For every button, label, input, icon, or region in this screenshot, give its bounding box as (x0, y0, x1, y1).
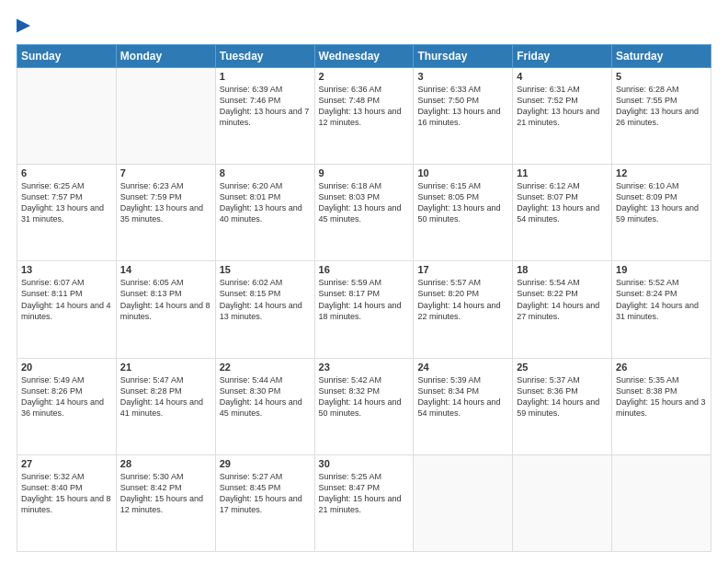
day-number: 18 (517, 264, 608, 275)
calendar-cell: 13Sunrise: 6:07 AM Sunset: 8:11 PM Dayli… (17, 261, 117, 358)
weekday-header-saturday: Saturday (612, 44, 711, 67)
calendar-cell (116, 67, 215, 164)
day-info: Sunrise: 6:25 AM Sunset: 7:57 PM Dayligh… (21, 180, 112, 225)
calendar-cell: 2Sunrise: 6:36 AM Sunset: 7:48 PM Daylig… (314, 67, 414, 164)
day-info: Sunrise: 6:23 AM Sunset: 7:59 PM Dayligh… (120, 180, 211, 225)
day-number: 26 (616, 362, 707, 373)
day-info: Sunrise: 6:02 AM Sunset: 8:15 PM Dayligh… (220, 277, 311, 322)
calendar-cell: 1Sunrise: 6:39 AM Sunset: 7:46 PM Daylig… (215, 67, 314, 164)
day-info: Sunrise: 5:57 AM Sunset: 8:20 PM Dayligh… (417, 277, 508, 322)
calendar-cell: 20Sunrise: 5:49 AM Sunset: 8:26 PM Dayli… (17, 358, 117, 454)
calendar-cell: 24Sunrise: 5:39 AM Sunset: 8:34 PM Dayli… (414, 358, 513, 454)
day-info: Sunrise: 6:33 AM Sunset: 7:50 PM Dayligh… (417, 84, 508, 129)
weekday-header-tuesday: Tuesday (215, 44, 314, 67)
calendar-cell: 12Sunrise: 6:10 AM Sunset: 8:09 PM Dayli… (612, 165, 711, 261)
day-info: Sunrise: 6:10 AM Sunset: 8:09 PM Dayligh… (616, 180, 707, 225)
day-info: Sunrise: 5:52 AM Sunset: 8:24 PM Dayligh… (616, 277, 707, 322)
day-number: 28 (120, 458, 211, 469)
day-info: Sunrise: 5:39 AM Sunset: 8:34 PM Dayligh… (417, 374, 508, 419)
calendar-cell: 27Sunrise: 5:32 AM Sunset: 8:40 PM Dayli… (17, 454, 117, 551)
calendar-cell: 5Sunrise: 6:28 AM Sunset: 7:55 PM Daylig… (612, 67, 711, 164)
day-number: 5 (616, 71, 707, 82)
calendar-cell: 14Sunrise: 6:05 AM Sunset: 8:13 PM Dayli… (116, 261, 215, 358)
day-info: Sunrise: 5:42 AM Sunset: 8:32 PM Dayligh… (319, 374, 410, 419)
weekday-header-sunday: Sunday (17, 44, 117, 67)
day-info: Sunrise: 5:32 AM Sunset: 8:40 PM Dayligh… (21, 471, 112, 516)
calendar-week-5: 27Sunrise: 5:32 AM Sunset: 8:40 PM Dayli… (17, 454, 711, 551)
calendar-cell: 17Sunrise: 5:57 AM Sunset: 8:20 PM Dayli… (414, 261, 513, 358)
day-number: 10 (417, 167, 508, 178)
day-number: 11 (517, 167, 608, 178)
day-number: 24 (417, 362, 508, 373)
calendar-cell: 9Sunrise: 6:18 AM Sunset: 8:03 PM Daylig… (314, 165, 414, 261)
calendar-cell: 23Sunrise: 5:42 AM Sunset: 8:32 PM Dayli… (314, 358, 414, 454)
logo-general: ▶ (17, 17, 29, 35)
day-number: 23 (319, 362, 410, 373)
day-number: 6 (21, 167, 112, 178)
day-number: 12 (616, 167, 707, 178)
calendar-cell: 11Sunrise: 6:12 AM Sunset: 8:07 PM Dayli… (513, 165, 612, 261)
calendar-cell: 29Sunrise: 5:27 AM Sunset: 8:45 PM Dayli… (215, 454, 314, 551)
day-number: 17 (417, 264, 508, 275)
calendar-cell (513, 454, 612, 551)
day-number: 30 (319, 458, 410, 469)
calendar-cell: 6Sunrise: 6:25 AM Sunset: 7:57 PM Daylig… (17, 165, 117, 261)
calendar-cell: 19Sunrise: 5:52 AM Sunset: 8:24 PM Dayli… (612, 261, 711, 358)
calendar-cell: 18Sunrise: 5:54 AM Sunset: 8:22 PM Dayli… (513, 261, 612, 358)
day-info: Sunrise: 5:37 AM Sunset: 8:36 PM Dayligh… (517, 374, 608, 419)
weekday-header-wednesday: Wednesday (314, 44, 414, 67)
header: ▶ (17, 17, 711, 35)
day-number: 20 (21, 362, 112, 373)
day-info: Sunrise: 6:39 AM Sunset: 7:46 PM Dayligh… (220, 84, 311, 129)
day-number: 25 (517, 362, 608, 373)
day-number: 13 (21, 264, 112, 275)
logo: ▶ (17, 17, 29, 35)
day-info: Sunrise: 6:28 AM Sunset: 7:55 PM Dayligh… (616, 84, 707, 129)
calendar-cell: 25Sunrise: 5:37 AM Sunset: 8:36 PM Dayli… (513, 358, 612, 454)
calendar-cell (612, 454, 711, 551)
weekday-header-friday: Friday (513, 44, 612, 67)
calendar-cell (17, 67, 117, 164)
day-number: 21 (120, 362, 211, 373)
calendar-week-3: 13Sunrise: 6:07 AM Sunset: 8:11 PM Dayli… (17, 261, 711, 358)
day-number: 27 (21, 458, 112, 469)
calendar-cell: 15Sunrise: 6:02 AM Sunset: 8:15 PM Dayli… (215, 261, 314, 358)
day-number: 14 (120, 264, 211, 275)
day-number: 22 (220, 362, 311, 373)
day-number: 19 (616, 264, 707, 275)
weekday-header-thursday: Thursday (414, 44, 513, 67)
day-info: Sunrise: 5:49 AM Sunset: 8:26 PM Dayligh… (21, 374, 112, 419)
calendar-cell: 10Sunrise: 6:15 AM Sunset: 8:05 PM Dayli… (414, 165, 513, 261)
calendar-week-2: 6Sunrise: 6:25 AM Sunset: 7:57 PM Daylig… (17, 165, 711, 261)
day-number: 2 (319, 71, 410, 82)
calendar-cell: 30Sunrise: 5:25 AM Sunset: 8:47 PM Dayli… (314, 454, 414, 551)
calendar-cell: 21Sunrise: 5:47 AM Sunset: 8:28 PM Dayli… (116, 358, 215, 454)
day-number: 9 (319, 167, 410, 178)
day-info: Sunrise: 5:25 AM Sunset: 8:47 PM Dayligh… (319, 471, 410, 516)
day-number: 16 (319, 264, 410, 275)
day-number: 1 (220, 71, 311, 82)
day-info: Sunrise: 6:12 AM Sunset: 8:07 PM Dayligh… (517, 180, 608, 225)
calendar-week-4: 20Sunrise: 5:49 AM Sunset: 8:26 PM Dayli… (17, 358, 711, 454)
logo-icon-inline: ▶ (17, 16, 29, 34)
weekday-header-row: SundayMondayTuesdayWednesdayThursdayFrid… (17, 44, 711, 67)
day-number: 3 (417, 71, 508, 82)
weekday-header-monday: Monday (116, 44, 215, 67)
calendar-cell: 4Sunrise: 6:31 AM Sunset: 7:52 PM Daylig… (513, 67, 612, 164)
day-info: Sunrise: 5:44 AM Sunset: 8:30 PM Dayligh… (220, 374, 311, 419)
calendar-cell: 7Sunrise: 6:23 AM Sunset: 7:59 PM Daylig… (116, 165, 215, 261)
day-number: 29 (220, 458, 311, 469)
day-info: Sunrise: 5:47 AM Sunset: 8:28 PM Dayligh… (120, 374, 211, 419)
day-info: Sunrise: 5:27 AM Sunset: 8:45 PM Dayligh… (220, 471, 311, 516)
day-info: Sunrise: 5:59 AM Sunset: 8:17 PM Dayligh… (319, 277, 410, 322)
day-info: Sunrise: 6:05 AM Sunset: 8:13 PM Dayligh… (120, 277, 211, 322)
day-number: 8 (220, 167, 311, 178)
calendar-cell: 26Sunrise: 5:35 AM Sunset: 8:38 PM Dayli… (612, 358, 711, 454)
day-info: Sunrise: 6:31 AM Sunset: 7:52 PM Dayligh… (517, 84, 608, 129)
day-number: 4 (517, 71, 608, 82)
day-info: Sunrise: 5:35 AM Sunset: 8:38 PM Dayligh… (616, 374, 707, 419)
calendar-cell: 28Sunrise: 5:30 AM Sunset: 8:42 PM Dayli… (116, 454, 215, 551)
day-info: Sunrise: 6:15 AM Sunset: 8:05 PM Dayligh… (417, 180, 508, 225)
calendar-cell: 8Sunrise: 6:20 AM Sunset: 8:01 PM Daylig… (215, 165, 314, 261)
calendar-cell: 16Sunrise: 5:59 AM Sunset: 8:17 PM Dayli… (314, 261, 414, 358)
